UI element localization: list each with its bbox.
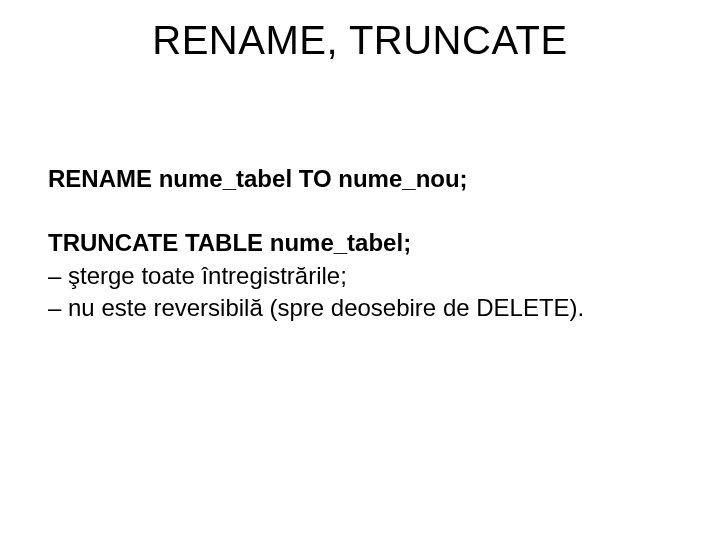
- slide-title: RENAME, TRUNCATE: [48, 18, 672, 63]
- truncate-note-2: – nu este reversibilă (spre deosebire de…: [48, 292, 672, 324]
- truncate-syntax: TRUNCATE TABLE nume_tabel;: [48, 227, 672, 259]
- slide-body: RENAME nume_tabel TO nume_nou; TRUNCATE …: [48, 163, 672, 325]
- slide: RENAME, TRUNCATE RENAME nume_tabel TO nu…: [0, 0, 720, 540]
- rename-syntax: RENAME nume_tabel TO nume_nou;: [48, 163, 672, 195]
- truncate-note-1: – şterge toate întregistrările;: [48, 260, 672, 292]
